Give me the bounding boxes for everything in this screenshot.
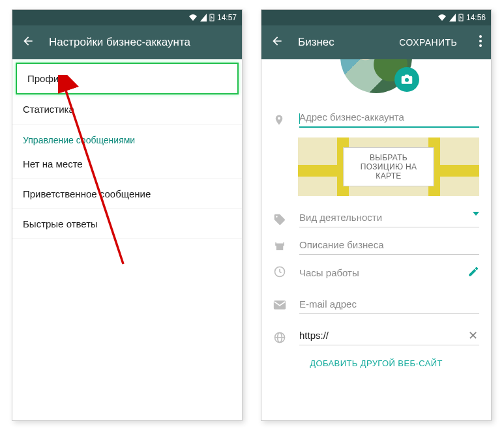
svg-point-5 bbox=[479, 35, 482, 38]
phone-profile-edit: 14:56 Бизнес СОХРАНИТЬ bbox=[261, 9, 492, 421]
profile-form: ВЫБРАТЬ ПОЗИЦИЮ НА КАРТЕ Часы работы bbox=[261, 59, 491, 377]
choose-on-map-button[interactable]: ВЫБРАТЬ ПОЗИЦИЮ НА КАРТЕ bbox=[344, 147, 434, 186]
item-quick[interactable]: Быстрые ответы bbox=[12, 209, 242, 239]
item-away[interactable]: Нет на месте bbox=[12, 149, 242, 179]
edit-icon[interactable] bbox=[467, 266, 479, 280]
statusbar: 14:56 bbox=[261, 10, 491, 25]
location-icon bbox=[273, 106, 288, 130]
item-profile[interactable]: Профиль bbox=[16, 63, 239, 94]
appbar: Настройки бизнес-аккаунта bbox=[12, 25, 242, 59]
overflow-menu-icon[interactable] bbox=[471, 35, 482, 50]
store-icon bbox=[273, 234, 288, 255]
svg-rect-4 bbox=[460, 14, 462, 14]
address-input[interactable] bbox=[299, 106, 479, 128]
back-icon[interactable] bbox=[22, 35, 35, 50]
map-preview[interactable]: ВЫБРАТЬ ПОЗИЦИЮ НА КАРТЕ bbox=[298, 137, 479, 196]
clock-icon bbox=[273, 265, 288, 280]
globe-icon bbox=[273, 325, 288, 347]
email-input[interactable] bbox=[299, 293, 479, 314]
clear-icon[interactable]: ✕ bbox=[468, 328, 478, 343]
clock: 14:57 bbox=[217, 13, 237, 22]
wifi-icon bbox=[188, 14, 198, 22]
svg-rect-10 bbox=[275, 244, 284, 246]
svg-point-6 bbox=[479, 40, 482, 42]
dropdown-icon[interactable] bbox=[473, 212, 479, 216]
hours-label: Часы работы bbox=[299, 267, 456, 278]
email-icon bbox=[273, 293, 288, 313]
clock: 14:56 bbox=[466, 13, 486, 22]
page-title: Настройки бизнес-аккаунта bbox=[49, 36, 233, 49]
signal-icon bbox=[449, 14, 456, 22]
description-input[interactable] bbox=[299, 234, 479, 255]
appbar: Бизнес СОХРАНИТЬ bbox=[261, 25, 491, 59]
svg-point-7 bbox=[479, 44, 482, 47]
page-title: Бизнес bbox=[298, 36, 385, 49]
phone-settings: 14:57 Настройки бизнес-аккаунта Профиль … bbox=[12, 9, 243, 421]
category-input[interactable] bbox=[299, 207, 479, 227]
battery-icon bbox=[209, 14, 215, 22]
camera-button[interactable] bbox=[394, 67, 419, 92]
item-stats[interactable]: Статистика bbox=[12, 94, 242, 124]
statusbar: 14:57 bbox=[12, 10, 242, 25]
item-greeting[interactable]: Приветственное сообщение bbox=[12, 179, 242, 209]
website-input[interactable] bbox=[299, 325, 479, 345]
camera-icon bbox=[401, 74, 413, 85]
hours-row[interactable]: Часы работы bbox=[261, 255, 491, 288]
wifi-icon bbox=[437, 14, 447, 22]
svg-rect-9 bbox=[276, 242, 284, 244]
add-website-button[interactable]: ДОБАВИТЬ ДРУГОЙ ВЕБ-САЙТ bbox=[261, 347, 491, 377]
svg-point-8 bbox=[405, 78, 409, 82]
back-icon[interactable] bbox=[271, 35, 284, 50]
save-button[interactable]: СОХРАНИТЬ bbox=[399, 37, 457, 48]
avatar-row bbox=[261, 59, 491, 101]
section-messages: Управление сообщениями bbox=[12, 124, 242, 149]
signal-icon bbox=[200, 14, 207, 22]
tag-icon bbox=[273, 207, 288, 229]
battery-icon bbox=[458, 14, 464, 22]
svg-rect-1 bbox=[211, 14, 213, 14]
